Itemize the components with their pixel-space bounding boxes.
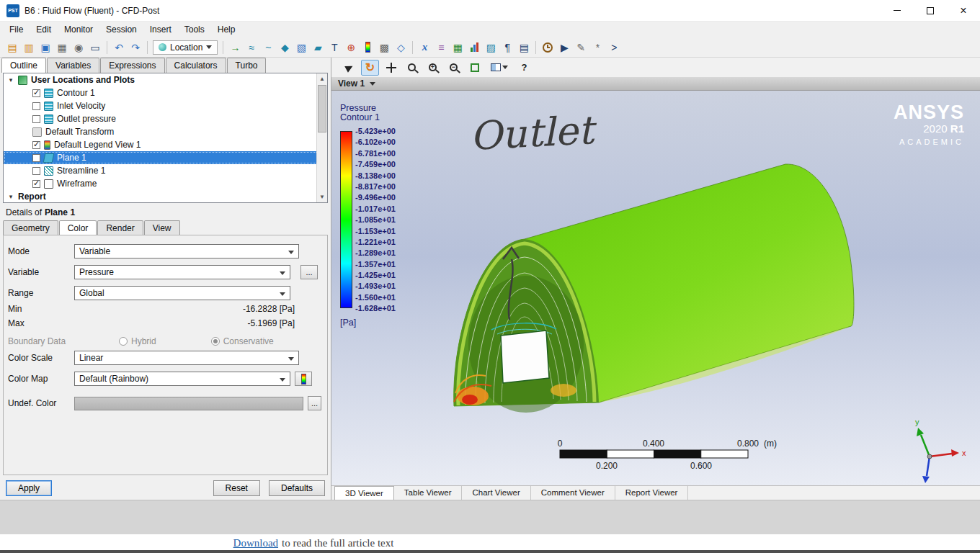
tab-turbo[interactable]: Turbo bbox=[227, 58, 267, 73]
tree-item-plane-1[interactable]: Plane 1 bbox=[4, 151, 327, 164]
tab-calculators[interactable]: Calculators bbox=[166, 58, 226, 73]
menu-item-tools[interactable]: Tools bbox=[178, 22, 211, 37]
view-selector-bar[interactable]: View 1 bbox=[331, 77, 980, 91]
tab-table-viewer[interactable]: Table Viewer bbox=[394, 486, 463, 500]
apply-button[interactable]: Apply bbox=[6, 480, 52, 496]
viewport-layout-dropdown[interactable] bbox=[486, 60, 512, 76]
undo-icon[interactable]: ↶ bbox=[111, 40, 127, 55]
load-results-icon[interactable]: ▥ bbox=[21, 40, 37, 55]
variables-icon[interactable]: ≡ bbox=[433, 40, 449, 55]
visibility-checkbox[interactable] bbox=[32, 102, 40, 110]
visibility-checkbox[interactable] bbox=[32, 167, 40, 175]
tab-expressions[interactable]: Expressions bbox=[100, 58, 164, 73]
tree-item-contour-1[interactable]: Contour 1 bbox=[4, 86, 327, 99]
volume-rendering-icon[interactable]: ▧ bbox=[293, 40, 309, 55]
context-help-tool[interactable]: ? bbox=[515, 60, 533, 76]
isosurface-icon[interactable]: ◆ bbox=[277, 40, 293, 55]
close-button[interactable]: × bbox=[947, 0, 980, 21]
menu-item-help[interactable]: Help bbox=[211, 22, 242, 37]
range-dropdown[interactable]: Global bbox=[74, 286, 290, 300]
contour-icon[interactable]: ≈ bbox=[244, 40, 259, 55]
figure-icon[interactable]: ▨ bbox=[483, 40, 499, 55]
export-icon[interactable]: ▦ bbox=[54, 40, 70, 55]
rotate-tool[interactable]: ↻ bbox=[361, 60, 379, 76]
quick-editor-icon[interactable]: ✎ bbox=[573, 40, 589, 55]
visibility-checkbox[interactable] bbox=[32, 154, 40, 162]
maximize-button[interactable] bbox=[914, 0, 947, 21]
tab-render[interactable]: Render bbox=[97, 220, 143, 235]
legend-icon[interactable] bbox=[360, 40, 375, 55]
expand-chevron-icon[interactable]: ▾ bbox=[7, 193, 14, 200]
tab-comment-viewer[interactable]: Comment Viewer bbox=[531, 486, 615, 500]
tree-item-default-legend[interactable]: Default Legend View 1 bbox=[4, 138, 327, 151]
scroll-up-icon[interactable]: ▲ bbox=[317, 73, 327, 84]
tab-chart-viewer[interactable]: Chart Viewer bbox=[462, 486, 530, 500]
clip-plane-icon[interactable]: ◇ bbox=[393, 40, 409, 55]
menu-item-session[interactable]: Session bbox=[99, 22, 143, 37]
streamline-icon[interactable]: ~ bbox=[260, 40, 276, 55]
plane-icon[interactable]: ▰ bbox=[310, 40, 326, 55]
snapshot-icon[interactable]: ◉ bbox=[71, 40, 86, 55]
zoom-in-tool[interactable]: + bbox=[424, 60, 442, 76]
hybrid-radio[interactable]: Hybrid bbox=[119, 336, 156, 346]
chart-icon[interactable] bbox=[466, 40, 482, 55]
fit-view-tool[interactable] bbox=[466, 60, 484, 76]
macro-calculator-icon[interactable]: * bbox=[589, 40, 605, 55]
tree-item-outlet-pressure[interactable]: Outlet pressure bbox=[4, 112, 327, 125]
menu-item-insert[interactable]: Insert bbox=[143, 22, 178, 37]
vector-icon[interactable]: → bbox=[227, 40, 243, 55]
variable-dropdown[interactable]: Pressure bbox=[74, 265, 290, 279]
zoom-out-tool[interactable]: − bbox=[445, 60, 463, 76]
timestep-selector-icon[interactable] bbox=[540, 40, 556, 55]
zoom-box-tool[interactable] bbox=[403, 60, 421, 76]
expand-chevron-icon[interactable]: ▾ bbox=[7, 76, 14, 84]
scroll-down-icon[interactable]: ▼ bbox=[317, 192, 327, 202]
tab-variables[interactable]: Variables bbox=[47, 58, 99, 73]
mode-dropdown[interactable]: Variable bbox=[74, 244, 299, 258]
location-selector[interactable]: Location bbox=[153, 40, 218, 55]
instance-transform-icon[interactable]: ▩ bbox=[376, 40, 392, 55]
menu-item-monitor[interactable]: Monitor bbox=[58, 22, 99, 37]
color-scale-dropdown[interactable]: Linear bbox=[74, 351, 299, 365]
select-tool[interactable] bbox=[340, 60, 358, 76]
3d-viewport[interactable]: Outlet 0 0.400 0.800 (m) 0.2 bbox=[331, 91, 980, 485]
tree-item-inlet-velocity[interactable]: Inlet Velocity bbox=[4, 99, 327, 112]
undef-color-swatch[interactable] bbox=[74, 397, 303, 410]
defaults-button[interactable]: Defaults bbox=[269, 480, 325, 496]
tab-3d-viewer[interactable]: 3D Viewer bbox=[334, 486, 394, 500]
print-icon[interactable]: ▭ bbox=[87, 40, 103, 55]
reset-button[interactable]: Reset bbox=[213, 480, 260, 496]
tree-item-default-transform[interactable]: Default Transform bbox=[4, 125, 327, 138]
visibility-checkbox[interactable] bbox=[32, 89, 40, 97]
comment-icon[interactable]: ¶ bbox=[499, 40, 515, 55]
coord-frame-icon[interactable]: ⊕ bbox=[343, 40, 359, 55]
scrollbar-thumb[interactable] bbox=[318, 85, 326, 132]
color-map-dropdown[interactable]: Default (Rainbow) bbox=[74, 372, 290, 386]
redo-icon[interactable]: ↷ bbox=[128, 40, 143, 55]
visibility-checkbox[interactable] bbox=[32, 115, 40, 123]
color-map-editor-button[interactable] bbox=[295, 372, 312, 386]
visibility-checkbox[interactable] bbox=[32, 180, 40, 188]
menu-item-file[interactable]: File bbox=[3, 22, 30, 37]
table-icon[interactable]: ▦ bbox=[450, 40, 466, 55]
new-file-icon[interactable]: ▤ bbox=[4, 40, 20, 55]
report-icon[interactable]: ▤ bbox=[516, 40, 532, 55]
tab-view[interactable]: View bbox=[144, 220, 180, 235]
tab-geometry[interactable]: Geometry bbox=[3, 220, 58, 235]
tree-item-wireframe[interactable]: Wireframe bbox=[4, 177, 327, 190]
tree-scrollbar[interactable]: ▲ ▼ bbox=[316, 73, 327, 202]
visibility-checkbox[interactable] bbox=[32, 141, 40, 149]
save-state-icon[interactable]: ▣ bbox=[37, 40, 53, 55]
tree-item-user-locations[interactable]: ▾ User Locations and Plots bbox=[4, 73, 327, 86]
tab-color[interactable]: Color bbox=[59, 220, 97, 235]
download-link[interactable]: Download bbox=[233, 537, 279, 549]
tree-item-streamline-1[interactable]: Streamline 1 bbox=[4, 164, 327, 177]
menu-item-edit[interactable]: Edit bbox=[30, 22, 58, 37]
tab-report-viewer[interactable]: Report Viewer bbox=[615, 486, 689, 500]
tab-outline[interactable]: Outline bbox=[1, 58, 46, 73]
tree-item-report[interactable]: ▾ Report bbox=[4, 190, 327, 203]
variable-browse-button[interactable]: ... bbox=[300, 265, 318, 279]
expression-icon[interactable]: x bbox=[416, 40, 432, 55]
command-editor-icon[interactable]: > bbox=[606, 40, 622, 55]
conservative-radio[interactable]: Conservative bbox=[211, 336, 274, 346]
